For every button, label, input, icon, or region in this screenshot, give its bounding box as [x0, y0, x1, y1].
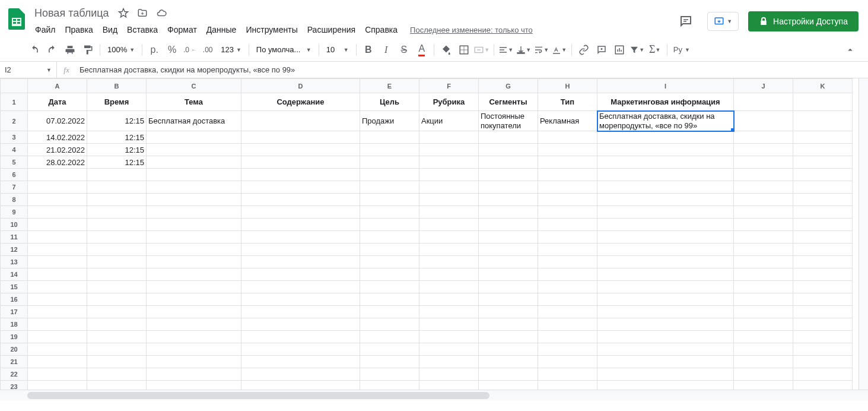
- cell-E11[interactable]: [360, 231, 419, 244]
- fill-color-button[interactable]: [438, 42, 454, 58]
- menu-data[interactable]: Данные: [202, 23, 241, 37]
- cell-C4[interactable]: [147, 144, 241, 156]
- cell-B3[interactable]: 12:15: [87, 131, 147, 144]
- row-header-10[interactable]: 10: [1, 219, 28, 231]
- cell-C16[interactable]: [147, 293, 241, 306]
- cell-B1[interactable]: Время: [87, 93, 147, 111]
- cell-E6[interactable]: [360, 169, 419, 181]
- cell-A8[interactable]: [28, 194, 87, 206]
- cell-I22[interactable]: [597, 368, 734, 381]
- cell-G18[interactable]: [479, 318, 538, 331]
- cell-F21[interactable]: [419, 356, 479, 368]
- cell-F16[interactable]: [419, 293, 479, 306]
- cell-I15[interactable]: [597, 281, 734, 293]
- select-all-corner[interactable]: [1, 79, 28, 93]
- cell-A15[interactable]: [28, 281, 87, 293]
- cell-D21[interactable]: [241, 356, 360, 368]
- cell-G13[interactable]: [479, 256, 538, 268]
- cell-K6[interactable]: [793, 169, 853, 181]
- cell-J16[interactable]: [734, 293, 793, 306]
- cell-C5[interactable]: [147, 156, 241, 169]
- cell-I4[interactable]: [597, 144, 734, 156]
- cell-D15[interactable]: [241, 281, 360, 293]
- cell-I14[interactable]: [597, 268, 734, 281]
- cell-H14[interactable]: [538, 268, 597, 281]
- cell-A19[interactable]: [28, 331, 87, 343]
- cell-B7[interactable]: [87, 181, 147, 194]
- increase-decimal-button[interactable]: .00: [199, 42, 216, 58]
- cell-D14[interactable]: [241, 268, 360, 281]
- cell-H18[interactable]: [538, 318, 597, 331]
- cell-I5[interactable]: [597, 156, 734, 169]
- cell-K22[interactable]: [793, 368, 853, 381]
- cell-H4[interactable]: [538, 144, 597, 156]
- cell-J17[interactable]: [734, 306, 793, 318]
- row-header-3[interactable]: 3: [1, 131, 28, 144]
- cell-G16[interactable]: [479, 293, 538, 306]
- cell-D18[interactable]: [241, 318, 360, 331]
- collapse-toolbar-icon[interactable]: [842, 42, 859, 58]
- row-header-14[interactable]: 14: [1, 268, 28, 281]
- menu-extensions[interactable]: Расширения: [303, 23, 360, 37]
- row-header-12[interactable]: 12: [1, 244, 28, 256]
- cell-J1[interactable]: [734, 93, 793, 111]
- cell-J21[interactable]: [734, 356, 793, 368]
- cell-F19[interactable]: [419, 331, 479, 343]
- row-header-20[interactable]: 20: [1, 343, 28, 356]
- row-header-8[interactable]: 8: [1, 194, 28, 206]
- cell-D3[interactable]: [241, 131, 360, 144]
- cell-C15[interactable]: [147, 281, 241, 293]
- row-header-15[interactable]: 15: [1, 281, 28, 293]
- cell-C10[interactable]: [147, 219, 241, 231]
- cell-K16[interactable]: [793, 293, 853, 306]
- move-icon[interactable]: [136, 7, 148, 19]
- cell-C6[interactable]: [147, 169, 241, 181]
- cell-D1[interactable]: Содержание: [241, 93, 360, 111]
- cell-E17[interactable]: [360, 306, 419, 318]
- col-header-H[interactable]: H: [538, 79, 597, 93]
- filter-button[interactable]: ▼: [629, 42, 646, 58]
- cell-C8[interactable]: [147, 194, 241, 206]
- cell-A2[interactable]: 07.02.2022: [28, 111, 87, 131]
- cell-G19[interactable]: [479, 331, 538, 343]
- paint-format-icon[interactable]: [80, 42, 96, 58]
- cell-H5[interactable]: [538, 156, 597, 169]
- cell-F14[interactable]: [419, 268, 479, 281]
- cell-K5[interactable]: [793, 156, 853, 169]
- cell-K15[interactable]: [793, 281, 853, 293]
- cell-J20[interactable]: [734, 343, 793, 356]
- cell-I21[interactable]: [597, 356, 734, 368]
- cell-E4[interactable]: [360, 144, 419, 156]
- cell-G8[interactable]: [479, 194, 538, 206]
- cell-F1[interactable]: Рубрика: [419, 93, 479, 111]
- cell-H12[interactable]: [538, 244, 597, 256]
- row-header-16[interactable]: 16: [1, 293, 28, 306]
- cell-I6[interactable]: [597, 169, 734, 181]
- cell-I3[interactable]: [597, 131, 734, 144]
- cell-I18[interactable]: [597, 318, 734, 331]
- cell-B9[interactable]: [87, 206, 147, 219]
- horizontal-scrollbar[interactable]: [27, 390, 868, 400]
- cell-I17[interactable]: [597, 306, 734, 318]
- menu-view[interactable]: Вид: [98, 23, 122, 37]
- cell-I13[interactable]: [597, 256, 734, 268]
- cell-B17[interactable]: [87, 306, 147, 318]
- cell-I11[interactable]: [597, 231, 734, 244]
- cell-G3[interactable]: [479, 131, 538, 144]
- row-header-18[interactable]: 18: [1, 318, 28, 331]
- cell-I10[interactable]: [597, 219, 734, 231]
- cell-A6[interactable]: [28, 169, 87, 181]
- cell-J22[interactable]: [734, 368, 793, 381]
- cell-A20[interactable]: [28, 343, 87, 356]
- cell-B19[interactable]: [87, 331, 147, 343]
- font-select[interactable]: По умолча...▼: [253, 43, 315, 56]
- strikethrough-button[interactable]: S: [396, 42, 412, 58]
- cell-F18[interactable]: [419, 318, 479, 331]
- cell-K9[interactable]: [793, 206, 853, 219]
- cell-H10[interactable]: [538, 219, 597, 231]
- cell-B21[interactable]: [87, 356, 147, 368]
- cell-G14[interactable]: [479, 268, 538, 281]
- cell-K14[interactable]: [793, 268, 853, 281]
- cell-J11[interactable]: [734, 231, 793, 244]
- redo-icon[interactable]: [44, 42, 61, 58]
